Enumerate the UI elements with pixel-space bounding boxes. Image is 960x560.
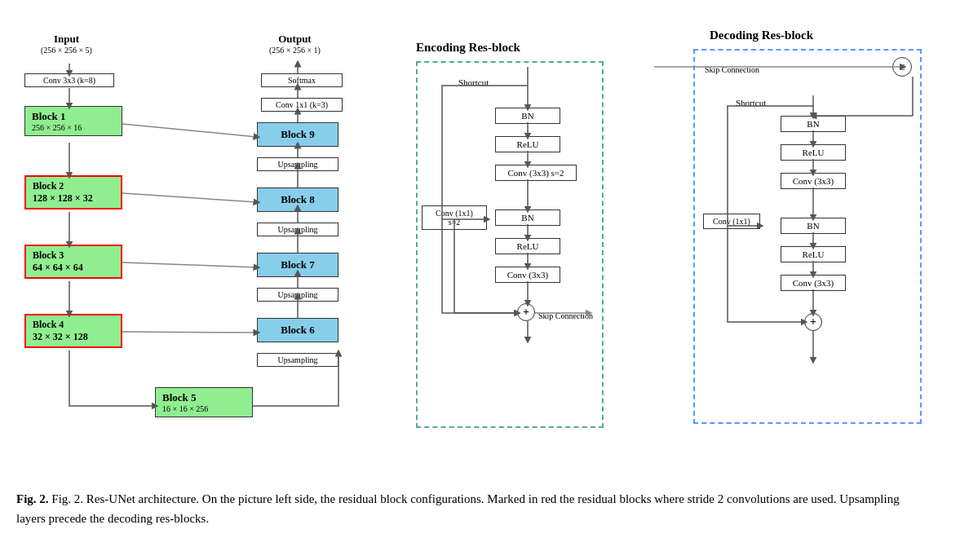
dec-relu2: ReLU — [781, 246, 846, 262]
dec-bn1: BN — [781, 116, 846, 132]
dec-conv2: Conv (3x3) — [781, 275, 846, 291]
enc-conv1: Conv (3x3) s=2 — [495, 165, 577, 181]
svg-line-17 — [122, 332, 257, 333]
dec-conv1: Conv (3x3) — [781, 173, 846, 189]
svg-line-14 — [122, 124, 257, 137]
enc-bn1: BN — [495, 108, 560, 124]
enc-diagram: Encoding Res-block Shortcut BN ReLU Conv… — [416, 41, 620, 428]
dec-diagram: Decoding Res-block Skip Connection C Sho… — [693, 29, 938, 424]
enc-bn2: BN — [495, 209, 560, 226]
block-9: Block 9 — [257, 122, 338, 147]
dec-relu1: ReLU — [781, 144, 846, 161]
upsampling-3: Upsampling — [257, 288, 338, 302]
enc-inner: Shortcut BN ReLU Conv (3x3) s=2 BN ReLU … — [416, 61, 604, 428]
block-5: Block 5 16 × 16 × 256 — [155, 387, 253, 417]
dec-plus: + — [804, 313, 822, 331]
input-label: Input (256 × 256 × 5) — [41, 33, 92, 55]
block-6: Block 6 — [257, 318, 338, 342]
svg-line-16 — [122, 262, 257, 267]
block-2: Block 2 128 × 128 × 32 — [24, 175, 122, 209]
output-label: Output (256 × 256 × 1) — [269, 33, 321, 55]
enc-skip-label: Skip Connection — [538, 311, 593, 320]
enc-title: Encoding Res-block — [416, 41, 620, 55]
block-3: Block 3 64 × 64 × 64 — [24, 245, 122, 279]
block-8: Block 8 — [257, 187, 338, 212]
enc-shortcut-label: Shortcut — [458, 77, 489, 87]
upsampling-2: Upsampling — [257, 223, 338, 236]
arch-inner: Input (256 × 256 × 5) Conv 3x3 (k=8) Out… — [16, 24, 392, 456]
svg-line-15 — [122, 193, 257, 202]
softmax-box: Softmax — [261, 73, 343, 87]
upsampling-1: Upsampling — [257, 157, 338, 171]
main-container: Input (256 × 256 × 5) Conv 3x3 (k=8) Out… — [16, 16, 944, 528]
dec-bn2: BN — [781, 218, 846, 234]
conv-1x1-box: Conv 1x1 (k=3) — [261, 98, 343, 112]
upsampling-4: Upsampling — [257, 353, 338, 367]
dec-concat-circle: C — [892, 57, 912, 77]
enc-relu1: ReLU — [495, 136, 560, 152]
enc-plus: + — [517, 303, 535, 321]
dec-shortcut-label: Shortcut — [736, 98, 766, 108]
conv-top-box: Conv 3x3 (k=8) — [24, 73, 114, 87]
block-4: Block 4 32 × 32 × 128 — [24, 314, 122, 348]
enc-shortcut-conv: Conv (1x1) s=2 — [422, 205, 487, 230]
dec-skip-label: Skip Connection — [705, 65, 759, 74]
diagram-area: Input (256 × 256 × 5) Conv 3x3 (k=8) Out… — [16, 16, 944, 465]
block-7: Block 7 — [257, 253, 338, 277]
arch-diagram: Input (256 × 256 × 5) Conv 3x3 (k=8) Out… — [16, 24, 392, 456]
fig-text: Fig. 2. Res-UNet architecture. On the pi… — [16, 492, 900, 525]
fig-label: Fig. 2. — [16, 492, 49, 505]
dec-arrows — [695, 51, 920, 422]
dec-shortcut-conv: Conv (1x1) — [703, 214, 760, 229]
figure-caption: Fig. 2. Fig. 2. Res-UNet architecture. O… — [16, 481, 914, 528]
dec-title: Decoding Res-block — [710, 29, 938, 42]
enc-conv2: Conv (3x3) — [495, 267, 560, 283]
dec-inner: Skip Connection C Shortcut BN ReLU Conv … — [693, 49, 922, 424]
block-1: Block 1 256 × 256 × 16 — [24, 106, 122, 136]
enc-relu2: ReLU — [495, 238, 560, 254]
